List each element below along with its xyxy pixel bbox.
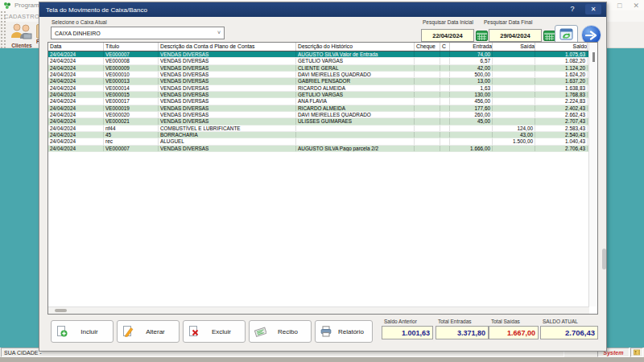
table-row[interactable]: 24/04/2024VE000007VENDAS DIVERSASAUGUSTO… bbox=[48, 51, 588, 58]
alterar-button[interactable]: Alterar bbox=[117, 320, 180, 343]
caixa-select[interactable]: CAIXA DINHEIRO ˅ bbox=[51, 27, 225, 39]
table-row[interactable]: 24/04/2024VE000008VENDAS DIVERSASGETULIO… bbox=[48, 58, 588, 64]
table-cell: RICARDO ALMEIDA bbox=[296, 85, 415, 91]
table-row[interactable]: 24/04/2024nf44COMBUSTÍVEL E LUBRIFICANTE… bbox=[48, 125, 588, 132]
table-cell: 24/04/2024 bbox=[48, 85, 104, 91]
saldo-anterior-label: Saldo Anterior bbox=[384, 319, 417, 324]
toolbar-item-clientes[interactable]: Clientes bbox=[7, 23, 36, 48]
vertical-scrollbar[interactable] bbox=[588, 43, 597, 306]
table-cell: 1.082,20 bbox=[535, 58, 588, 64]
calendar-icon[interactable] bbox=[476, 30, 489, 41]
table-cell: ULISSES GUIMARAES bbox=[296, 118, 415, 124]
grid-body: 24/04/2024VE000007VENDAS DIVERSASAUGUSTO… bbox=[48, 51, 588, 152]
table-cell: 1.075,63 bbox=[535, 51, 588, 57]
table-row[interactable]: 24/04/2024recALUGUEL1.500,001.040,43 bbox=[48, 138, 588, 145]
table-cell: 456,00 bbox=[450, 98, 493, 104]
date-start-label: Pesquisar Data Inicial bbox=[423, 19, 473, 25]
table-cell bbox=[415, 118, 440, 124]
table-cell: 24/04/2024 bbox=[48, 146, 104, 151]
add-document-icon bbox=[56, 326, 68, 337]
table-row[interactable]: 24/04/2024VE000007VENDAS DIVERSASAUGUSTO… bbox=[48, 146, 588, 152]
table-cell: GETULIO VARGAS bbox=[296, 58, 415, 64]
date-start-input[interactable]: 22/04/2024 bbox=[421, 29, 474, 42]
recibo-button[interactable]: Recibo bbox=[249, 320, 312, 343]
dialog-close-button[interactable]: ✕ bbox=[585, 4, 601, 14]
table-cell bbox=[440, 112, 450, 117]
menu-cadastros[interactable]: CADASTROS bbox=[4, 13, 43, 20]
table-cell bbox=[493, 98, 535, 104]
grid-header: DataTítuloDescrição da Conta d Plano de … bbox=[48, 43, 597, 51]
table-cell: 24/04/2024 bbox=[48, 98, 104, 104]
table-cell bbox=[493, 146, 535, 151]
column-header[interactable]: Saldo bbox=[535, 43, 588, 51]
relatorio-button[interactable]: Relatório bbox=[315, 320, 373, 343]
horizontal-scrollbar-thumb[interactable] bbox=[55, 309, 67, 312]
receipt-icon bbox=[254, 326, 266, 337]
table-cell bbox=[493, 51, 535, 57]
dialog-scrollbar-thumb[interactable] bbox=[602, 249, 606, 269]
date-end-label: Pesquisar Data Final bbox=[484, 19, 532, 25]
table-row[interactable]: 24/04/2024VE000021VENDAS DIVERSASULISSES… bbox=[48, 118, 588, 125]
column-header[interactable]: Entrada bbox=[450, 43, 493, 51]
table-cell: VE000019 bbox=[104, 105, 159, 111]
table-row[interactable]: 24/04/2024VE000009VENDAS DIVERSASCLIENTE… bbox=[48, 65, 588, 72]
table-cell: 124,00 bbox=[493, 125, 535, 131]
delete-document-icon bbox=[188, 326, 200, 337]
horizontal-scrollbar[interactable] bbox=[48, 306, 589, 314]
table-cell: VE000020 bbox=[104, 112, 159, 117]
table-row[interactable]: 24/04/2024VE000019VENDAS DIVERSASRICARDO… bbox=[48, 105, 588, 112]
table-cell: VENDAS DIVERSAS bbox=[159, 78, 296, 84]
table-cell: VE000007 bbox=[104, 146, 159, 151]
table-cell bbox=[415, 51, 440, 57]
help-button[interactable]: ? bbox=[567, 4, 578, 14]
table-cell: 43,00 bbox=[493, 132, 535, 138]
table-row[interactable]: 24/04/2024VE000015VENDAS DIVERSASGETULIO… bbox=[48, 92, 588, 98]
column-header[interactable]: Data bbox=[48, 43, 104, 51]
table-cell: 1,63 bbox=[450, 85, 493, 91]
table-cell: VE000007 bbox=[104, 51, 159, 57]
table-row[interactable]: 24/04/202445BORRACHARIA43,002.540,43 bbox=[48, 132, 588, 138]
table-cell bbox=[493, 72, 535, 77]
date-end-input[interactable]: 29/04/2024 bbox=[489, 29, 542, 42]
column-header[interactable]: Saída bbox=[493, 43, 535, 51]
table-cell: 177,60 bbox=[450, 105, 493, 111]
table-cell: 24/04/2024 bbox=[48, 65, 104, 71]
dialog-title: Tela do Movimento de Caixa/Banco bbox=[46, 6, 147, 14]
table-row[interactable]: 24/04/2024VE000017VENDAS DIVERSASANA FLA… bbox=[48, 98, 588, 105]
column-header[interactable]: Cheque bbox=[415, 43, 440, 51]
column-header[interactable]: Descrição do Histórico bbox=[296, 43, 415, 51]
column-header[interactable]: Descrição da Conta d Plano de Contas bbox=[159, 43, 296, 51]
table-cell bbox=[450, 132, 493, 138]
table-cell: 500,00 bbox=[450, 72, 493, 77]
table-cell bbox=[493, 118, 535, 124]
incluir-button[interactable]: Incluir bbox=[51, 320, 114, 343]
vertical-scrollbar-thumb[interactable] bbox=[592, 52, 595, 62]
toolbar-item-label: Clientes bbox=[7, 43, 36, 48]
close-icon[interactable]: ✕ bbox=[633, 2, 639, 10]
total-entradas-label: Total Entradas bbox=[438, 319, 472, 324]
table-cell: VE000008 bbox=[104, 58, 159, 64]
column-header[interactable]: C bbox=[440, 43, 450, 51]
blue-arrow-right-icon bbox=[585, 31, 597, 40]
table-cell: 24/04/2024 bbox=[48, 138, 104, 144]
table-cell: VE000015 bbox=[104, 92, 159, 97]
table-cell bbox=[493, 65, 535, 71]
table-row[interactable]: 24/04/2024VE000020VENDAS DIVERSASDAVI ME… bbox=[48, 112, 588, 118]
table-cell: 1.666,00 bbox=[450, 146, 493, 151]
excluir-button[interactable]: Excluir bbox=[183, 320, 246, 343]
dialog-titlebar[interactable]: Tela do Movimento de Caixa/Banco bbox=[39, 2, 606, 17]
table-cell bbox=[415, 138, 440, 144]
restore-icon[interactable]: □ bbox=[617, 2, 621, 10]
table-cell bbox=[415, 72, 440, 77]
table-cell: 2.662,43 bbox=[535, 112, 588, 117]
total-saidas-label: Total Saídas bbox=[491, 319, 520, 324]
table-row[interactable]: 24/04/2024VE000014VENDAS DIVERSASRICARDO… bbox=[48, 85, 588, 92]
table-row[interactable]: 24/04/2024VE000010VENDAS DIVERSASDAVI ME… bbox=[48, 72, 588, 78]
table-cell: 24/04/2024 bbox=[48, 118, 104, 124]
table-cell: COMBUSTÍVEL E LUBRIFICANTE bbox=[159, 125, 296, 131]
table-cell bbox=[440, 118, 450, 124]
table-cell: 1.637,20 bbox=[535, 78, 588, 84]
table-row[interactable]: 24/04/2024VE000013VENDAS DIVERSASGABRIEL… bbox=[48, 78, 588, 84]
column-header[interactable]: Título bbox=[104, 43, 159, 51]
table-cell bbox=[440, 65, 450, 71]
